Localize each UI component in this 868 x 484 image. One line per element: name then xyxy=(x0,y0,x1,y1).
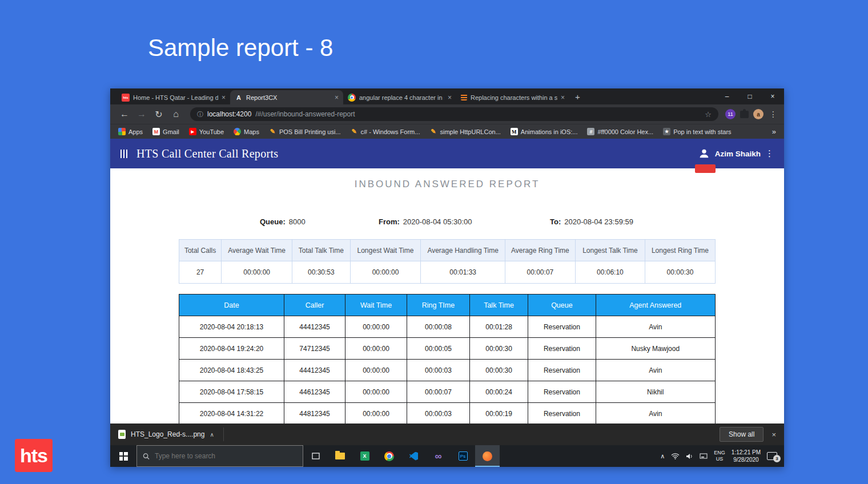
system-tray: ∧ ENG US 1:12:21 PM 9/28/2020 3 xyxy=(653,445,784,467)
home-button[interactable]: ⌂ xyxy=(168,109,183,119)
address-bar[interactable]: ⓘ localhost:4200 /#/user/inbound-answere… xyxy=(190,107,718,121)
start-button[interactable] xyxy=(110,445,136,467)
calls-header-cell: Ring TIme xyxy=(407,295,470,316)
calls-header-cell: Caller xyxy=(284,295,345,316)
table-cell: 00:00:24 xyxy=(469,381,528,403)
bookmark-item[interactable]: ★Pop in text with stars xyxy=(663,128,732,135)
volume-icon[interactable] xyxy=(686,453,693,459)
gmail-icon: M xyxy=(152,128,160,135)
table-row: 2020-08-04 18:43:254441234500:00:0000:00… xyxy=(179,360,716,381)
search-input[interactable] xyxy=(155,452,297,460)
bookmark-item[interactable]: ▶YouTube xyxy=(189,128,224,135)
action-center-icon[interactable]: 3 xyxy=(767,452,777,460)
table-cell: Nikhil xyxy=(596,381,715,403)
chevron-up-icon[interactable]: ∧ xyxy=(210,431,214,438)
active-app-button[interactable] xyxy=(475,445,500,467)
bookmark-item[interactable]: MGmail xyxy=(152,128,179,135)
new-tab-button[interactable]: + xyxy=(575,92,580,102)
bookmark-item[interactable]: Apps xyxy=(118,128,143,135)
photoshop-button[interactable]: Ps xyxy=(451,445,475,467)
chrome-icon xyxy=(384,451,394,461)
bookmark-item[interactable]: Maps xyxy=(234,128,259,135)
tab-title: Home - HTS Qatar - Leading dist xyxy=(133,94,218,101)
hts-logo: hts xyxy=(15,439,53,472)
profile-avatar[interactable]: a xyxy=(753,109,763,119)
tab-hts-home[interactable]: hts Home - HTS Qatar - Leading dist × xyxy=(117,90,230,104)
summary-value-cell: 00:00:07 xyxy=(505,261,575,284)
forward-button[interactable]: → xyxy=(134,109,149,119)
summary-header-cell: Average Ring Time xyxy=(505,240,575,261)
user-kebab-icon[interactable]: ⋮ xyxy=(765,148,774,159)
refresh-button[interactable]: ↻ xyxy=(151,109,166,120)
taskbar-clock[interactable]: 1:12:21 PM 9/28/2020 xyxy=(732,449,761,464)
battery-icon[interactable] xyxy=(700,453,708,459)
summary-header-cell: Average Wait Time xyxy=(222,240,292,261)
tab-close-icon[interactable]: × xyxy=(448,94,452,102)
visual-studio-button[interactable]: ∞ xyxy=(426,445,451,467)
tab-stackoverflow[interactable]: Replacing characters within a stri × xyxy=(456,90,569,104)
info-icon[interactable]: ⓘ xyxy=(197,110,203,119)
taskbar: X ∞ Ps ∧ ENG US 1:12:21 PM 9/28/2020 3 xyxy=(110,445,784,467)
bookmark-item[interactable]: ✎simple HttpURLCon... xyxy=(429,128,500,135)
google-favicon xyxy=(348,94,356,102)
tab-close-icon[interactable]: × xyxy=(222,94,226,102)
table-cell: 44812345 xyxy=(284,403,345,425)
tab-title: Replacing characters within a stri xyxy=(471,94,557,101)
language-line2: US xyxy=(714,456,725,462)
bookmarks-overflow-icon[interactable]: » xyxy=(766,127,776,136)
file-explorer-button[interactable] xyxy=(328,445,352,467)
chrome-button[interactable] xyxy=(377,445,401,467)
calls-header-row: DateCallerWait TimeRing TImeTalk TimeQue… xyxy=(179,295,716,316)
table-row: 2020-08-04 20:18:134441234500:00:0000:00… xyxy=(179,316,716,338)
orange-app-icon xyxy=(483,451,492,461)
table-cell: 00:00:19 xyxy=(469,403,528,425)
calls-header-cell: Date xyxy=(179,295,284,316)
table-cell: 00:00:00 xyxy=(345,403,407,425)
extension-icon-badge[interactable]: 11 xyxy=(725,109,736,119)
wifi-icon[interactable] xyxy=(671,453,680,459)
bookmark-item[interactable]: ##ff0000 Color Hex... xyxy=(587,128,653,135)
table-cell: 00:00:00 xyxy=(345,338,407,360)
summary-header-cell: Total Talk Time xyxy=(292,240,350,261)
vscode-icon xyxy=(409,452,418,461)
apps-grid-icon xyxy=(118,128,126,135)
tab-close-icon[interactable]: × xyxy=(561,94,565,102)
bookmark-item[interactable]: ✎c# - Windows Form... xyxy=(351,128,420,135)
download-close-icon[interactable]: × xyxy=(771,430,776,439)
menu-icon[interactable] xyxy=(120,150,127,158)
excel-button[interactable]: X xyxy=(352,445,377,467)
show-all-button[interactable]: Show all xyxy=(720,427,763,442)
tab-angular-search[interactable]: angular replace 4 character in str × xyxy=(343,90,456,104)
tab-close-icon[interactable]: × xyxy=(335,94,339,102)
summary-header-cell: Longest Talk Time xyxy=(575,240,645,261)
close-button[interactable]: × xyxy=(761,92,784,100)
summary-header-cell: Total Calls xyxy=(179,240,222,261)
bookmark-star-icon[interactable]: ☆ xyxy=(705,110,712,119)
task-view-button[interactable] xyxy=(303,445,328,467)
tray-chevron-icon[interactable]: ∧ xyxy=(660,453,665,460)
vscode-button[interactable] xyxy=(401,445,426,467)
extensions-puzzle-icon[interactable] xyxy=(740,111,749,118)
hts-favicon: hts xyxy=(122,94,130,102)
table-cell: 2020-08-04 17:58:15 xyxy=(179,381,284,403)
summary-value-cell: 00:01:33 xyxy=(421,261,505,284)
bookmark-item[interactable]: MAnimations in iOS:... xyxy=(511,128,578,135)
table-cell: Avin xyxy=(596,403,715,425)
taskbar-search[interactable] xyxy=(136,445,303,467)
maximize-button[interactable]: □ xyxy=(738,92,761,100)
back-button[interactable]: ← xyxy=(117,109,132,119)
table-cell: Reservation xyxy=(528,338,596,360)
bookmark-item[interactable]: ✎POS Bill Printing usi... xyxy=(269,128,341,135)
browser-menu-icon[interactable]: ⋮ xyxy=(769,110,777,119)
table-cell: 00:00:00 xyxy=(345,381,407,403)
table-cell: 44412345 xyxy=(284,316,345,338)
bookmarks-list: AppsMGmail▶YouTubeMaps✎POS Bill Printing… xyxy=(118,128,766,135)
user-menu[interactable]: Azim Shaikh ⋮ xyxy=(698,147,774,160)
tab-report3cx[interactable]: A Report3CX × xyxy=(230,90,343,104)
calls-header-cell: Queue xyxy=(528,295,596,316)
language-indicator[interactable]: ENG US xyxy=(714,450,725,462)
minimize-button[interactable]: – xyxy=(716,92,738,100)
calls-header-cell: Talk Time xyxy=(469,295,528,316)
table-cell: 44412345 xyxy=(284,360,345,381)
download-item[interactable]: HTS_Logo_Red-s....png ∧ xyxy=(118,427,224,441)
